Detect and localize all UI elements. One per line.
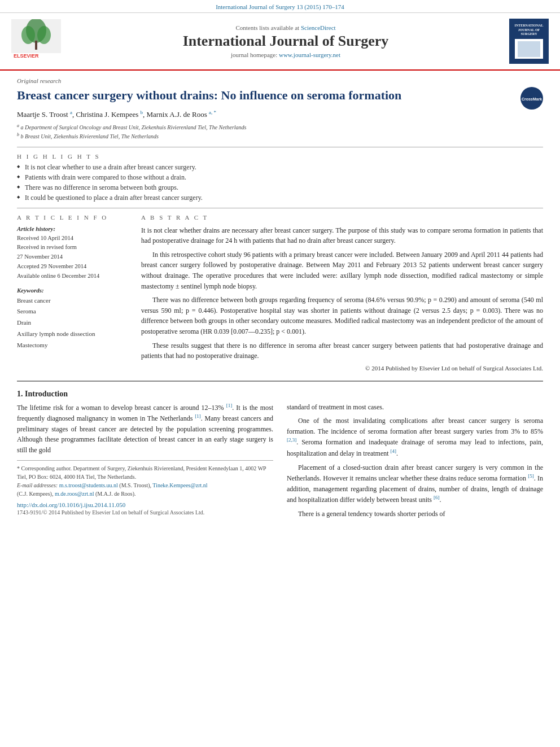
ref-5: [5] bbox=[528, 473, 534, 479]
title-area: Breast cancer surgery without drains: No… bbox=[17, 88, 543, 104]
intro-para-right-3: Placement of a closed-suction drain afte… bbox=[287, 462, 543, 505]
highlight-item: It is not clear whether to use a drain a… bbox=[17, 163, 543, 172]
sciencedirect-link[interactable]: ScienceDirect bbox=[301, 24, 336, 31]
abstract-para-3: There was no difference between both gro… bbox=[141, 295, 543, 337]
doi-line: http://dx.doi.org/10.1016/j.ijsu.2014.11… bbox=[17, 501, 273, 508]
crossmark-badge: CrossMark bbox=[520, 87, 543, 110]
affiliation-a: a a Department of Surgical Oncology and … bbox=[17, 123, 543, 132]
svg-rect-4 bbox=[35, 41, 37, 50]
article-title: Breast cancer surgery without drains: No… bbox=[17, 88, 440, 104]
divider-2 bbox=[17, 208, 543, 208]
ref-6: [6] bbox=[434, 495, 440, 500]
email-kempees[interactable]: Tineke.Kempees@zrt.nl bbox=[152, 482, 207, 488]
body-left: The lifetime risk for a woman to develop… bbox=[17, 402, 273, 523]
top-banner: International Journal of Surgery 13 (201… bbox=[0, 0, 560, 13]
date-received: Received 10 April 2014 bbox=[17, 234, 130, 243]
journal-homepage: journal homepage: www.journal-surgery.ne… bbox=[62, 51, 509, 58]
body-text-right: standard of treatment in most cases. One… bbox=[287, 402, 543, 519]
divider-1 bbox=[17, 147, 543, 147]
date-revised: 27 November 2014 bbox=[17, 252, 130, 262]
footnote-emails: E-mail addresses: m.s.troost@students.uu… bbox=[17, 481, 273, 498]
abstract-col: A B S T R A C T It is not clear whether … bbox=[141, 214, 543, 372]
highlight-item: It could be questioned to place a drain … bbox=[17, 194, 543, 202]
article-type: Original research bbox=[17, 77, 543, 84]
highlight-item: Patients with drain were compared to tho… bbox=[17, 173, 543, 182]
elsevier-logo: ELSEVIER bbox=[11, 19, 62, 64]
body-text-left: The lifetime risk for a woman to develop… bbox=[17, 402, 273, 456]
journal-header: ELSEVIER Contents lists available at Sci… bbox=[0, 13, 560, 71]
highlights-title: H I G H L I G H T S bbox=[17, 153, 543, 160]
abstract-para-2: In this retrospective cohort study 96 pa… bbox=[141, 250, 543, 291]
email-troost[interactable]: m.s.troost@students.uu.nl bbox=[59, 482, 118, 488]
crossmark: CrossMark bbox=[520, 87, 543, 110]
article-info-abstract: A R T I C L E I N F O Article history: R… bbox=[17, 214, 543, 372]
journal-center: Contents lists available at ScienceDirec… bbox=[62, 24, 509, 58]
footnotes: * Corresponding author. Department of Su… bbox=[17, 460, 273, 498]
affil-a2: a, * bbox=[209, 110, 216, 115]
history-label: Article history: bbox=[17, 225, 130, 232]
email-deroos[interactable]: m.de.roos@zrt.nl bbox=[55, 491, 94, 497]
abstract-para-4: These results suggest that there is no d… bbox=[141, 340, 543, 361]
affil-a: a bbox=[70, 110, 72, 115]
doi-link[interactable]: http://dx.doi.org/10.1016/j.ijsu.2014.11… bbox=[17, 501, 125, 508]
affiliation-b: b b Breast Unit, Ziekenhuis Rivierenland… bbox=[17, 132, 543, 141]
section-break bbox=[17, 381, 543, 382]
svg-text:ELSEVIER: ELSEVIER bbox=[14, 53, 39, 59]
ref-1: [1] bbox=[226, 403, 233, 408]
svg-point-2 bbox=[21, 26, 35, 44]
date-accepted: Accepted 29 November 2014 bbox=[17, 262, 130, 272]
highlights-list: It is not clear whether to use a drain a… bbox=[17, 163, 543, 202]
keyword: Seroma bbox=[17, 306, 130, 317]
journal-title: International Journal of Surgery bbox=[62, 33, 509, 50]
copyright: © 2014 Published by Elsevier Ltd on beha… bbox=[141, 365, 543, 372]
article-info-col: A R T I C L E I N F O Article history: R… bbox=[17, 214, 130, 372]
keyword: Drain bbox=[17, 317, 130, 329]
intro-para-left-1: The lifetime risk for a woman to develop… bbox=[17, 402, 273, 456]
body-right: standard of treatment in most cases. One… bbox=[287, 402, 543, 523]
affil-b: b bbox=[141, 110, 143, 115]
date-revised-label: Received in revised form bbox=[17, 243, 130, 252]
date-online: Available online 6 December 2014 bbox=[17, 272, 130, 281]
svg-point-3 bbox=[37, 26, 51, 44]
keyword: Axillary lymph node dissection bbox=[17, 329, 130, 340]
contents-line: Contents lists available at ScienceDirec… bbox=[62, 24, 509, 31]
homepage-link[interactable]: www.journal-surgery.net bbox=[279, 51, 340, 58]
journal-thumbnail: INTERNATIONALJOURNAL OFSURGERY bbox=[509, 19, 549, 64]
abstract-title: A B S T R A C T bbox=[141, 214, 543, 221]
abstract-para-1: It is not clear whether drains are neces… bbox=[141, 225, 543, 246]
intro-para-right-2: One of the most invalidating complicatio… bbox=[287, 416, 543, 458]
highlights-section: H I G H L I G H T S It is not clear whet… bbox=[17, 153, 543, 202]
keywords-block: Keywords: Breast cancer Seroma Drain Axi… bbox=[17, 287, 130, 351]
history-dates: Received 10 April 2014 Received in revis… bbox=[17, 234, 130, 281]
ref-1b: [1] bbox=[195, 413, 201, 419]
intro-section: 1. Introduction The lifetime risk for a … bbox=[17, 390, 543, 523]
footnote-corresponding: * Corresponding author. Department of Su… bbox=[17, 464, 273, 481]
intro-para-right-4: There is a general tendency towards shor… bbox=[287, 509, 543, 519]
ref-4: [4] bbox=[391, 448, 397, 454]
intro-para-right-1: standard of treatment in most cases. bbox=[287, 402, 543, 413]
abstract-text: It is not clear whether drains are neces… bbox=[141, 225, 543, 361]
keyword: Breast cancer bbox=[17, 295, 130, 307]
issn-line: 1743-9191/© 2014 Published by Elsevier L… bbox=[17, 509, 273, 516]
highlight-item: There was no difference in seroma betwee… bbox=[17, 184, 543, 192]
main-content: Original research Breast cancer surgery … bbox=[0, 71, 560, 534]
svg-text:CrossMark: CrossMark bbox=[522, 97, 542, 101]
body-two-col: The lifetime risk for a woman to develop… bbox=[17, 402, 543, 523]
article-history: Article history: Received 10 April 2014 … bbox=[17, 225, 130, 281]
authors: Maartje S. Troost a, Christina J. Kempee… bbox=[17, 110, 543, 119]
keywords-list: Breast cancer Seroma Drain Axillary lymp… bbox=[17, 295, 130, 351]
keywords-label: Keywords: bbox=[17, 287, 130, 294]
journal-citation: International Journal of Surgery 13 (201… bbox=[216, 3, 344, 10]
ref-2: [2,3] bbox=[287, 437, 296, 443]
section-title: 1. Introduction bbox=[17, 390, 543, 399]
article-info-title: A R T I C L E I N F O bbox=[17, 214, 130, 221]
keyword: Mastectomy bbox=[17, 340, 130, 351]
affiliations: a a Department of Surgical Oncology and … bbox=[17, 123, 543, 141]
